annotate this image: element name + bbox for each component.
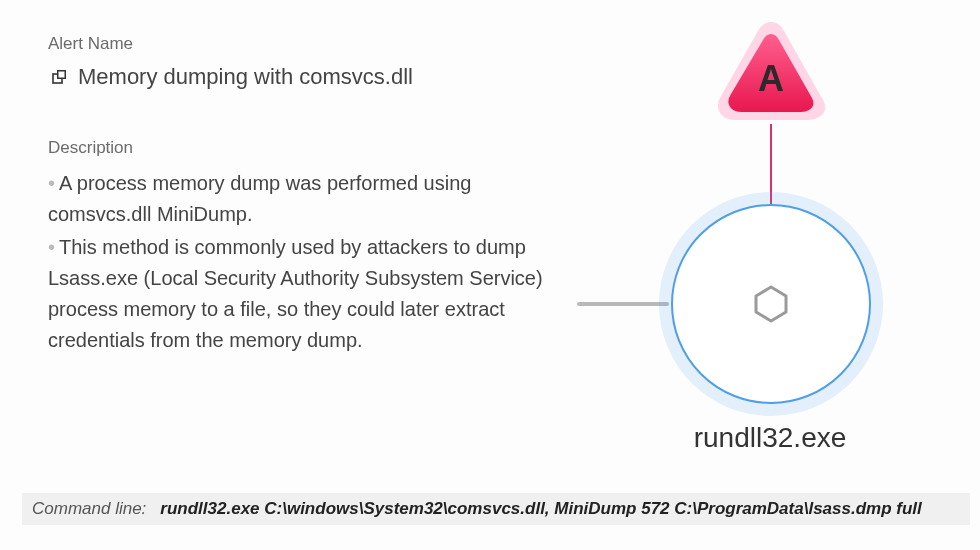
graph-edge-horizontal: [577, 302, 669, 306]
command-line-bar: Command line: rundll32.exe C:\windows\Sy…: [22, 493, 970, 525]
description-item: •This method is commonly used by attacke…: [48, 232, 578, 356]
alert-details-panel: Alert Name Memory dumping with comsvcs.d…: [48, 34, 578, 358]
alert-name-label: Alert Name: [48, 34, 578, 54]
process-node[interactable]: [671, 204, 871, 404]
description-text: This method is commonly used by attacker…: [48, 236, 543, 351]
alert-name-row: Memory dumping with comsvcs.dll: [48, 64, 578, 90]
description-list: •A process memory dump was performed usi…: [48, 168, 578, 356]
svg-marker-3: [756, 287, 786, 321]
hexagon-icon: [754, 285, 788, 323]
description-item: •A process memory dump was performed usi…: [48, 168, 578, 230]
description-label: Description: [48, 138, 578, 158]
alert-badge-letter: A: [713, 58, 829, 100]
svg-rect-2: [59, 72, 65, 78]
popout-icon[interactable]: [52, 69, 68, 85]
description-text: A process memory dump was performed usin…: [48, 172, 471, 225]
command-line-value: rundll32.exe C:\windows\System32\comsvcs…: [160, 499, 921, 519]
command-line-label: Command line:: [32, 499, 146, 519]
description-block: Description •A process memory dump was p…: [48, 138, 578, 356]
process-node-label: rundll32.exe: [575, 422, 965, 454]
alert-name-value: Memory dumping with comsvcs.dll: [78, 64, 413, 90]
process-graph: A rundll32.exe: [575, 20, 965, 460]
graph-edge-vertical: [770, 124, 772, 204]
alert-badge[interactable]: A: [713, 20, 829, 124]
